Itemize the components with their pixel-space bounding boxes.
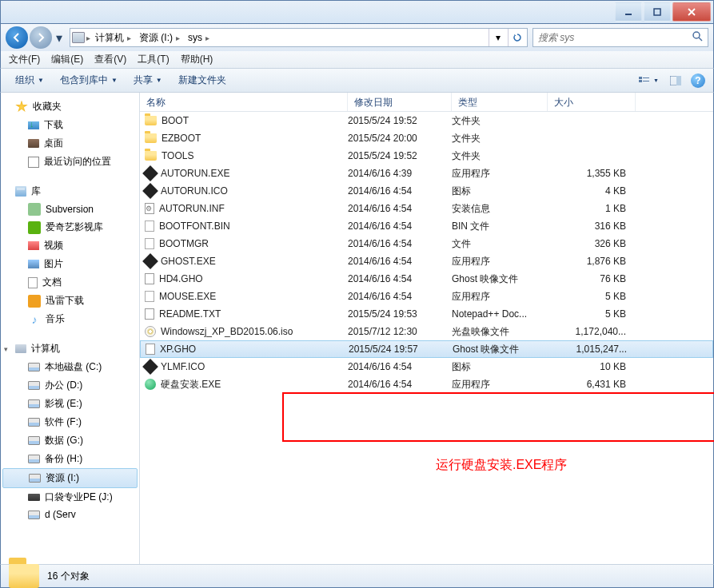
- expand-icon[interactable]: ▾: [4, 345, 8, 353]
- window-maximize-button[interactable]: [644, 2, 671, 22]
- file-row[interactable]: XP.GHO2015/5/24 19:57Ghost 映像文件1,015,247…: [140, 340, 713, 358]
- sidebar-libraries-header[interactable]: 库: [1, 182, 139, 201]
- file-row[interactable]: GHOST.EXE2014/6/16 4:54应用程序1,876 KB: [140, 252, 713, 270]
- help-button[interactable]: ?: [691, 74, 705, 88]
- breadcrumb-segment[interactable]: 计算机▸: [92, 31, 134, 45]
- sidebar-item-music[interactable]: ♪音乐: [1, 310, 139, 328]
- file-rows[interactable]: BOOT2015/5/24 19:52文件夹EZBOOT2015/5/24 20…: [140, 112, 713, 393]
- sidebar-drive-i[interactable]: 资源 (I:): [2, 468, 138, 488]
- sidebar-drive-net[interactable]: d (Serv: [1, 507, 139, 522]
- sidebar-item-documents[interactable]: 文档: [1, 273, 139, 292]
- file-row[interactable]: BOOT2015/5/24 19:52文件夹: [140, 112, 713, 129]
- menu-help[interactable]: 帮助(H): [181, 53, 213, 66]
- file-type: Notepad++ Doc...: [452, 308, 548, 320]
- file-name: EZBOOT: [162, 133, 201, 144]
- sidebar-item-iqiyi[interactable]: 爱奇艺影视库: [1, 218, 139, 236]
- sidebar-drive-e[interactable]: 影视 (E:): [1, 395, 139, 413]
- file-row[interactable]: TOOLS2015/5/24 19:52文件夹: [140, 147, 713, 165]
- file-name: GHOST.EXE: [161, 256, 216, 267]
- sidebar-drive-j[interactable]: 口袋专业PE (J:): [1, 488, 139, 507]
- sidebar-favorites-header[interactable]: 收藏夹: [1, 97, 139, 116]
- file-row[interactable]: MOUSE.EXE2014/6/16 4:54应用程序5 KB: [140, 288, 713, 305]
- nav-history-dropdown[interactable]: ▾: [54, 30, 65, 46]
- file-name: AUTORUN.ICO: [161, 185, 228, 197]
- file-type-icon: [142, 165, 158, 181]
- sidebar-computer-header[interactable]: ▾计算机: [1, 340, 139, 358]
- file-row[interactable]: EZBOOT2015/5/24 20:00文件夹: [140, 129, 713, 147]
- search-input[interactable]: [538, 32, 688, 43]
- file-size: 326 KB: [548, 238, 636, 249]
- breadcrumb-segment[interactable]: sys▸: [185, 32, 213, 43]
- menu-tools[interactable]: 工具(T): [138, 53, 169, 66]
- file-row[interactable]: AUTORUN.INF2014/6/16 4:54安装信息1 KB: [140, 200, 713, 217]
- file-name: BOOTFONT.BIN: [159, 220, 230, 232]
- file-type-icon: [142, 253, 158, 269]
- new-folder-button[interactable]: 新建文件夹: [172, 71, 233, 89]
- column-date[interactable]: 修改日期: [348, 93, 452, 111]
- sidebar-item-downloads[interactable]: 下载: [1, 116, 139, 134]
- sidebar-drive-c[interactable]: 本地磁盘 (C:): [1, 358, 139, 376]
- file-row[interactable]: README.TXT2015/5/24 19:53Notepad++ Doc..…: [140, 305, 713, 323]
- recent-icon: [28, 157, 39, 168]
- search-box[interactable]: [533, 28, 708, 47]
- window-close-button[interactable]: [672, 2, 711, 22]
- sidebar-item-videos[interactable]: 视频: [1, 236, 139, 255]
- column-size[interactable]: 大小: [548, 93, 636, 111]
- view-options-button[interactable]: ▼: [636, 76, 660, 85]
- svg-rect-8: [676, 76, 681, 85]
- svg-rect-5: [643, 77, 649, 78]
- column-name[interactable]: 名称: [140, 93, 348, 111]
- file-row[interactable]: Windowszj_XP_BD2015.06.iso2015/7/12 12:3…: [140, 323, 713, 340]
- sidebar-drive-h[interactable]: 备份 (H:): [1, 450, 139, 468]
- file-row[interactable]: HD4.GHO2014/6/16 4:54Ghost 映像文件76 KB: [140, 270, 713, 288]
- file-type: 图标: [452, 360, 548, 374]
- navigation-tree[interactable]: 收藏夹 下载 桌面 最近访问的位置 库 Subversion 爱奇艺影视库 视频…: [1, 93, 140, 564]
- picture-icon: [28, 260, 39, 268]
- sidebar-item-subversion[interactable]: Subversion: [1, 201, 139, 218]
- file-date: 2015/5/24 20:00: [348, 133, 452, 144]
- sidebar-item-pictures[interactable]: 图片: [1, 255, 139, 273]
- sidebar-drive-f[interactable]: 软件 (F:): [1, 413, 139, 431]
- file-row[interactable]: 硬盘安装.EXE2014/6/16 4:54应用程序6,431 KB: [140, 375, 713, 393]
- file-row[interactable]: AUTORUN.ICO2014/6/16 4:54图标4 KB: [140, 182, 713, 200]
- file-row[interactable]: BOOTFONT.BIN2014/6/16 4:54BIN 文件316 KB: [140, 217, 713, 235]
- preview-pane-button[interactable]: [664, 76, 688, 85]
- xunlei-icon: [28, 295, 41, 308]
- file-type: 文件: [452, 237, 548, 251]
- sidebar-item-recent[interactable]: 最近访问的位置: [1, 153, 139, 171]
- sidebar-item-xunlei[interactable]: 迅雷下载: [1, 292, 139, 310]
- file-size: 1,876 KB: [548, 256, 636, 267]
- file-row[interactable]: YLMF.ICO2014/6/16 4:54图标10 KB: [140, 358, 713, 375]
- drive-icon: [28, 511, 40, 519]
- address-breadcrumb[interactable]: ▸ 计算机▸ 资源 (I:)▸ sys▸ ▾: [70, 28, 528, 47]
- include-library-button[interactable]: 包含到库中▼: [54, 71, 124, 89]
- menu-view[interactable]: 查看(V): [94, 53, 126, 66]
- refresh-icon[interactable]: [508, 29, 525, 46]
- sidebar-drive-d[interactable]: 办公 (D:): [1, 376, 139, 395]
- favorites-icon: [15, 101, 28, 113]
- column-type[interactable]: 类型: [452, 93, 548, 111]
- window-minimize-button[interactable]: [615, 2, 642, 22]
- menu-edit[interactable]: 编辑(E): [51, 53, 83, 66]
- nav-back-button[interactable]: [6, 26, 28, 49]
- nav-forward-button[interactable]: [30, 26, 52, 49]
- organize-button[interactable]: 组织▼: [9, 71, 50, 89]
- breadcrumb-dropdown-icon[interactable]: ▾: [489, 29, 506, 46]
- sidebar-drive-g[interactable]: 数据 (G:): [1, 431, 139, 450]
- chevron-icon: ▸: [86, 34, 90, 42]
- file-row[interactable]: AUTORUN.EXE2014/6/16 4:39应用程序1,355 KB: [140, 165, 713, 182]
- video-icon: [28, 241, 39, 250]
- share-button[interactable]: 共享▼: [127, 71, 169, 89]
- file-row[interactable]: BOOTMGR2014/6/16 4:54文件326 KB: [140, 235, 713, 252]
- sidebar-item-desktop[interactable]: 桌面: [1, 134, 139, 153]
- library-icon: [15, 186, 26, 197]
- file-type: 文件夹: [452, 132, 548, 145]
- menu-file[interactable]: 文件(F): [9, 53, 40, 66]
- file-type-icon: [145, 151, 157, 161]
- file-date: 2014/6/16 4:54: [348, 203, 452, 214]
- file-name: AUTORUN.INF: [159, 203, 225, 214]
- breadcrumb-segment[interactable]: 资源 (I:)▸: [136, 31, 183, 45]
- search-icon[interactable]: [692, 31, 703, 44]
- svg-rect-1: [654, 9, 660, 15]
- file-name: YLMF.ICO: [161, 361, 205, 372]
